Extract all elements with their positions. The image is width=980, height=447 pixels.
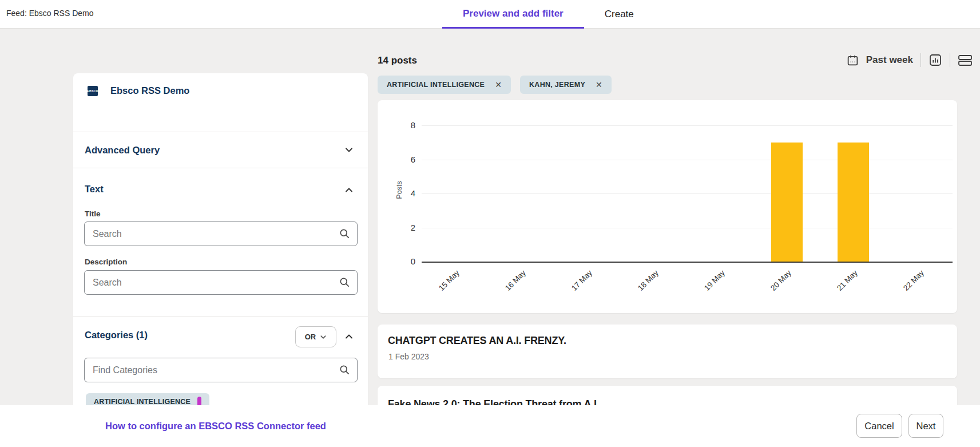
title-search-input[interactable]	[84, 221, 358, 246]
bar	[771, 143, 803, 262]
chevron-up-icon[interactable]	[344, 185, 354, 195]
search-icon	[339, 364, 350, 375]
bar-chart-icon[interactable]	[929, 53, 942, 67]
x-axis-label: 22 May	[902, 268, 926, 292]
text-section-label: Text	[85, 184, 104, 195]
tab-bar: Preview and add filter Create	[442, 0, 642, 29]
y-axis-tick: 0	[392, 256, 415, 266]
x-axis-label: 21 May	[835, 268, 859, 292]
x-axis-label: 19 May	[703, 268, 727, 292]
remove-filter-icon[interactable]: ✕	[596, 81, 602, 89]
search-icon	[339, 228, 350, 239]
posts-count: 14 posts	[378, 55, 417, 66]
x-axis-label: 18 May	[636, 268, 660, 292]
tab-preview-and-add-filter[interactable]: Preview and add filter	[442, 0, 584, 29]
boolean-operator-dropdown[interactable]: OR	[295, 326, 336, 347]
next-button[interactable]: Next	[908, 414, 943, 438]
footer-bar: How to configure an EBSCO RSS Connector …	[0, 405, 980, 447]
y-axis-tick: 6	[392, 155, 415, 164]
gridline	[422, 262, 953, 263]
x-axis-label: 20 May	[769, 268, 793, 292]
posts-bar-chart: Posts 0246815 May16 May17 May18 May19 Ma…	[378, 100, 957, 313]
screen: Feed: Ebsco RSS Demo Preview and add fil…	[0, 0, 980, 447]
category-chip-label: ARTIFICIAL INTELLIGENCE	[94, 398, 191, 406]
date-range-label[interactable]: Past week	[866, 54, 913, 66]
calendar-icon[interactable]	[847, 54, 859, 66]
feed-name: Ebsco RSS Demo	[110, 85, 189, 96]
post-date: 1 Feb 2023	[388, 352, 429, 361]
cancel-button[interactable]: Cancel	[856, 414, 902, 438]
filter-chip-label: ARTIFICIAL INTELLIGENCE	[387, 81, 485, 89]
gridline	[422, 228, 953, 228]
y-axis-tick: 8	[392, 120, 415, 130]
title-field-label: Title	[85, 209, 101, 218]
feed-title: Feed: Ebsco RSS Demo	[6, 9, 94, 18]
filter-chip-label: KAHN, JEREMY	[529, 81, 585, 89]
filter-chip: KAHN, JEREMY✕	[520, 76, 612, 94]
categories-section-label: Categories (1)	[85, 330, 148, 341]
ebsco-logo: EBSCO	[88, 86, 98, 96]
x-axis-label: 17 May	[570, 268, 594, 292]
filter-chip: ARTIFICIAL INTELLIGENCE✕	[378, 76, 511, 94]
feed-filter-panel: EBSCO Ebsco RSS Demo Advanced Query Text…	[73, 73, 368, 447]
divider	[73, 168, 368, 168]
chevron-up-icon[interactable]	[344, 332, 354, 341]
view-controls: Past week	[847, 53, 973, 67]
gridline	[422, 193, 953, 194]
gridline	[422, 160, 953, 160]
divider	[73, 132, 368, 132]
divider	[950, 53, 950, 67]
chevron-down-icon	[320, 334, 327, 341]
find-categories-input[interactable]	[84, 358, 358, 382]
description-field-label: Description	[85, 258, 127, 266]
title-search-wrap	[84, 221, 358, 246]
top-bar: Feed: Ebsco RSS Demo Preview and add fil…	[0, 0, 980, 29]
divider	[921, 53, 921, 67]
y-axis-tick: 4	[392, 188, 415, 198]
post-title[interactable]: CHATGPT CREATES AN A.I. FRENZY.	[388, 335, 566, 347]
active-filter-chips: ARTIFICIAL INTELLIGENCE✕KAHN, JEREMY✕	[378, 76, 612, 94]
list-view-icon[interactable]	[958, 53, 973, 67]
y-axis-tick: 2	[392, 223, 415, 232]
divider	[73, 316, 368, 317]
post-card: CHATGPT CREATES AN A.I. FRENZY.1 Feb 202…	[378, 325, 957, 378]
ebsco-logo-text: EBSCO	[87, 89, 98, 93]
tab-create[interactable]: Create	[597, 0, 642, 29]
description-search-input[interactable]	[84, 270, 358, 295]
help-link[interactable]: How to configure an EBSCO RSS Connector …	[105, 421, 326, 432]
advanced-query-section-label: Advanced Query	[85, 145, 160, 156]
chevron-down-icon[interactable]	[344, 145, 354, 155]
x-axis-label: 15 May	[437, 268, 461, 292]
gridline	[422, 125, 953, 126]
search-icon	[339, 276, 350, 288]
bar	[838, 143, 869, 262]
operator-value: OR	[305, 333, 316, 341]
remove-filter-icon[interactable]: ✕	[495, 81, 502, 89]
find-categories-wrap	[84, 358, 358, 382]
x-axis-label: 16 May	[503, 268, 527, 292]
description-search-wrap	[84, 270, 358, 295]
